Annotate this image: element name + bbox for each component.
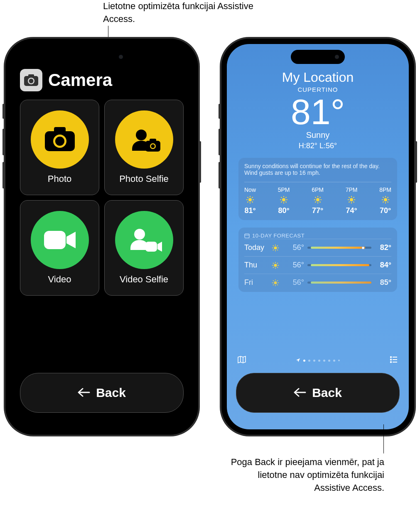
daily-day: Fri (244, 278, 268, 287)
svg-point-72 (274, 264, 277, 267)
page-indicator[interactable] (296, 357, 340, 364)
ten-day-label: 10-DAY FORECAST (252, 233, 305, 239)
arrow-left-icon (78, 386, 90, 400)
back-button[interactable]: Back (236, 373, 400, 413)
daily-hi: 82° (375, 243, 391, 252)
tile-label: Video (48, 274, 71, 285)
daily-lo: 56° (287, 261, 304, 269)
hourly-item: 5PM 80° (278, 186, 290, 215)
sun-icon (246, 196, 254, 204)
svg-point-43 (350, 198, 353, 201)
daily-forecast-card[interactable]: 10-DAY FORECAST Today 56° 82° Thu 56° 84… (238, 228, 397, 292)
svg-rect-7 (54, 127, 66, 133)
hour-time: 8PM (379, 186, 391, 193)
camera-icon (31, 110, 89, 169)
svg-point-91 (391, 359, 392, 360)
tile-label: Photo (48, 174, 72, 184)
daily-row: Fri 56° 85° (244, 274, 391, 291)
hour-temp: 77° (312, 206, 323, 215)
svg-line-88 (277, 280, 278, 281)
hour-time: Now (244, 186, 256, 193)
weather-content: My Location CUPERTINO 81° Sunny H:82° L:… (227, 44, 409, 292)
sun-icon (280, 196, 288, 204)
svg-point-52 (384, 198, 387, 201)
sun-icon (347, 196, 356, 204)
back-label: Back (312, 386, 342, 400)
weather-hilo: H:82° L:56° (238, 142, 397, 150)
svg-line-33 (281, 202, 282, 203)
weather-toolbar (227, 355, 409, 366)
temp-range-bar (307, 264, 371, 266)
svg-line-23 (252, 197, 253, 198)
svg-line-49 (354, 202, 354, 203)
camera-screen: Camera Photo Photo Selfie Video (11, 44, 193, 429)
camera-tile-photo[interactable]: Photo (20, 100, 99, 195)
camera-tile-photo-selfie[interactable]: Photo Selfie (104, 100, 184, 195)
camera-tile-video[interactable]: Video (20, 200, 99, 296)
hour-temp: 80° (278, 206, 289, 215)
svg-line-78 (277, 267, 278, 268)
svg-line-51 (349, 202, 350, 203)
svg-line-80 (273, 267, 274, 268)
svg-point-16 (248, 198, 252, 201)
svg-line-30 (281, 197, 282, 198)
camera-tile-video-selfie[interactable]: Video Selfie (104, 200, 184, 296)
svg-point-63 (274, 246, 277, 249)
camera-app-icon (20, 69, 42, 91)
svg-rect-15 (145, 242, 157, 252)
svg-point-81 (274, 281, 277, 284)
back-label: Back (96, 386, 126, 400)
svg-rect-12 (150, 139, 156, 142)
callout-bottom: Poga Back ir pieejama vienmēr, pat ja li… (231, 456, 384, 494)
svg-rect-61 (245, 234, 249, 238)
back-button[interactable]: Back (20, 373, 184, 413)
svg-line-32 (286, 197, 287, 198)
camera-mode-grid: Photo Photo Selfie Video Video Selfie (11, 96, 193, 300)
hour-temp: 70° (380, 206, 391, 215)
svg-line-57 (383, 197, 383, 198)
sun-icon (381, 196, 390, 204)
hour-time: 6PM (312, 186, 324, 193)
svg-line-41 (319, 197, 320, 198)
hourly-item: 8PM 70° (379, 186, 391, 215)
daily-lo: 56° (287, 243, 304, 252)
svg-line-31 (286, 202, 287, 203)
temp-range-bar (307, 282, 371, 284)
daily-hi: 84° (375, 261, 391, 269)
svg-line-86 (273, 280, 274, 281)
svg-line-50 (354, 197, 354, 198)
phone-weather: My Location CUPERTINO 81° Sunny H:82° L:… (220, 37, 415, 436)
svg-line-79 (277, 263, 278, 264)
svg-line-58 (387, 202, 388, 203)
svg-point-2 (29, 79, 34, 83)
daily-hi: 85° (375, 278, 391, 287)
weather-summary: Sunny conditions will continue for the r… (244, 163, 391, 176)
sun-icon (314, 196, 322, 204)
daily-day: Today (244, 243, 268, 252)
temp-range-bar (307, 247, 371, 249)
list-icon[interactable] (389, 355, 399, 366)
callout-top: Lietotne optimizēta funkcijai Assistive … (103, 0, 269, 26)
phone-camera: Camera Photo Photo Selfie Video (4, 37, 199, 436)
callout-line-bottom (383, 424, 384, 453)
hourly-item: 7PM 74° (346, 186, 358, 215)
location-arrow-icon (296, 357, 300, 364)
weather-screen: My Location CUPERTINO 81° Sunny H:82° L:… (227, 44, 409, 429)
svg-line-70 (277, 245, 278, 246)
svg-line-71 (273, 250, 274, 250)
hourly-item: 6PM 77° (312, 186, 324, 215)
svg-line-87 (277, 284, 278, 285)
ten-day-title: 10-DAY FORECAST (244, 233, 391, 239)
tile-label: Video Selfie (120, 274, 168, 285)
hourly-forecast-card[interactable]: Sunny conditions will continue for the r… (238, 158, 397, 220)
svg-line-40 (319, 202, 320, 203)
svg-line-69 (277, 250, 278, 250)
tile-label: Photo Selfie (119, 174, 169, 184)
svg-line-60 (383, 202, 383, 203)
map-icon[interactable] (237, 355, 247, 366)
hour-time: 5PM (278, 186, 290, 193)
svg-line-77 (273, 263, 274, 264)
weather-location-title: My Location (238, 70, 397, 85)
sun-icon (272, 262, 284, 269)
hourly-row: Now 81° 5PM 80° 6PM 77° (244, 182, 391, 215)
